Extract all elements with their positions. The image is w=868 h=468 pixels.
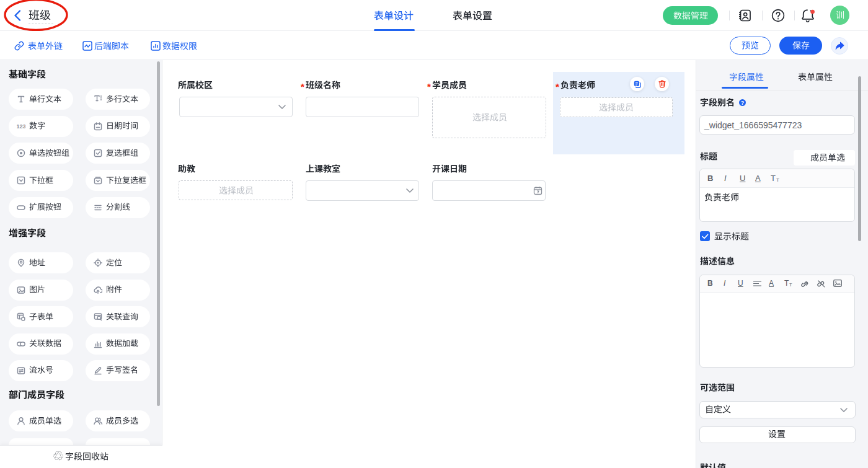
svg-text:123: 123 (17, 123, 25, 130)
